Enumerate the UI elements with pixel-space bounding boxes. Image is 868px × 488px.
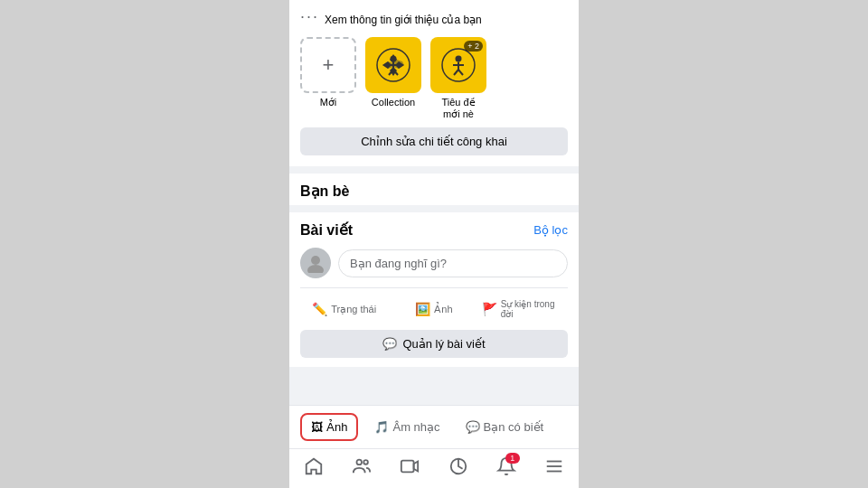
home-nav-icon[interactable] [304,456,324,481]
svg-point-19 [357,460,363,465]
manage-posts-button[interactable]: 💬 Quản lý bài viết [300,330,568,358]
nav-bar: 1 [289,448,579,488]
video-nav-icon[interactable] [400,456,420,481]
marketplace-nav-icon[interactable] [448,456,468,481]
featured-section: ··· Xem thông tin giới thiệu của bạn + M… [289,0,579,166]
svg-point-17 [311,256,320,265]
avatar-icon [306,253,326,273]
friends-nav-icon[interactable] [352,456,372,481]
collection-image [365,37,421,93]
bai-viet-title: Bài viết [300,221,353,239]
featured-items: + Mới [300,37,568,120]
tab-am-nhac[interactable]: 🎵 Âm nhạc [365,415,448,439]
collection-soccer-icon [375,47,411,83]
post-input[interactable]: Bạn đang nghĩ gì? [338,249,568,277]
menu-nav-icon[interactable] [544,456,564,481]
tab-ban-co-biet[interactable]: 💬 Bạn có biết [457,415,553,439]
add-button[interactable]: + [300,37,356,93]
manage-posts-label: Quản lý bài viết [402,337,485,351]
svg-point-18 [307,265,324,273]
content-area: ··· Xem thông tin giới thiệu của bạn + M… [289,0,579,405]
ban-be-title: Bạn bè [289,166,579,205]
trang-thai-button[interactable]: ✏️ Trạng thái [300,296,388,323]
svg-marker-22 [414,462,419,472]
collection-item[interactable]: Collection [365,37,421,108]
svg-point-6 [391,56,397,62]
intro-text: Xem thông tin giới thiệu của bạn [325,14,482,26]
su-kien-label: Sự kiện trong đời [501,299,566,319]
pencil-icon: ✏️ [312,302,327,316]
notification-badge: 1 [505,453,520,464]
manage-posts-icon: 💬 [382,337,397,351]
collection-label: Collection [372,97,415,108]
tieude-label: Tiêu đề mới nè [441,97,475,120]
bottom-tabs: 🖼 Ảnh 🎵 Âm nhạc 💬 Bạn có biết [289,405,579,448]
user-avatar [300,248,331,278]
phone-frame: ··· Xem thông tin giới thiệu của bạn + M… [289,0,579,488]
anh-label: Ảnh [434,304,452,315]
bo-loc-link[interactable]: Bộ lọc [533,223,568,237]
tieude-soccer-icon [440,47,476,83]
anh-tab-label: Ảnh [326,420,347,434]
music-icon: 🎵 [374,420,389,434]
post-input-row: Bạn đang nghĩ gì? [300,248,568,278]
edit-public-details-button[interactable]: Chỉnh sửa chi tiết công khai [300,127,568,155]
am-nhac-label: Âm nhạc [392,420,439,434]
new-item: + Mới [300,37,356,108]
anh-tab-icon: 🖼 [311,420,323,434]
tieude-image: + 2 [430,37,486,93]
bai-viet-section: Bài viết Bộ lọc Bạn đang nghĩ gì? ✏️ Trạ… [289,212,579,367]
svg-point-20 [363,460,368,465]
chat-icon: 💬 [466,420,480,434]
flag-icon: 🚩 [482,302,497,316]
photo-icon: 🖼️ [415,302,430,316]
bai-viet-header: Bài viết Bộ lọc [300,221,568,239]
plus-badge: + 2 [464,41,483,52]
trang-thai-label: Trạng thái [331,304,376,315]
post-actions: ✏️ Trạng thái 🖼️ Ảnh 🚩 Sự kiện trong đời [300,287,568,323]
tieude-item[interactable]: + 2 Tiêu đề mới nè [430,37,486,120]
bell-nav-icon[interactable]: 1 [496,456,516,481]
su-kien-button[interactable]: 🚩 Sự kiện trong đời [480,296,568,323]
ban-co-biet-label: Bạn có biết [484,420,544,434]
svg-rect-21 [401,461,414,473]
new-label: Mới [320,97,337,108]
tab-anh[interactable]: 🖼 Ảnh [300,413,358,441]
svg-point-12 [456,56,462,62]
more-options-icon[interactable]: ··· [300,7,319,26]
anh-button[interactable]: 🖼️ Ảnh [390,296,477,323]
